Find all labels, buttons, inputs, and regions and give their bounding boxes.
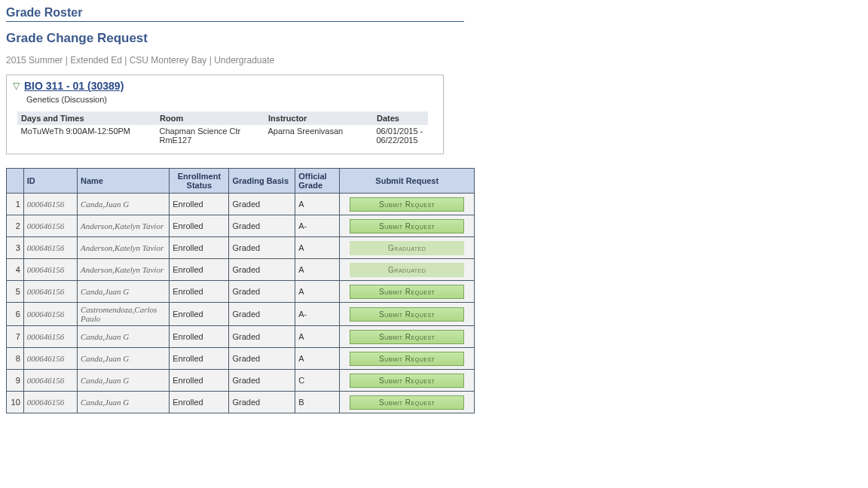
course-link[interactable]: BIO 311 - 01 (30389) (24, 80, 124, 92)
student-name: Anderson,Katelyn Tavior (77, 237, 169, 259)
graduated-label: Graduated (350, 241, 464, 255)
enrollment-status: Enrolled (170, 259, 229, 281)
roster-header-submit: Submit Request (340, 169, 475, 194)
roster-header-rownum (7, 169, 24, 194)
roster-header-enrollment: Enrollment Status (170, 169, 229, 194)
student-id: 000646156 (23, 370, 77, 392)
grading-basis: Graded (229, 348, 295, 370)
enrollment-status: Enrolled (170, 215, 229, 237)
submit-cell: Graduated (340, 259, 475, 281)
row-number: 1 (7, 194, 24, 215)
page-title: Grade Roster (6, 6, 464, 22)
submit-request-button[interactable]: Submit Request (350, 197, 464, 212)
submit-cell: Submit Request (340, 303, 475, 326)
row-number: 8 (7, 348, 24, 370)
grading-basis: Graded (229, 370, 295, 392)
roster-header-id: ID (23, 169, 77, 194)
table-row: 5000646156Canda,Juan GEnrolledGradedASub… (7, 281, 475, 303)
student-name: Canda,Juan G (77, 281, 169, 303)
submit-request-button[interactable]: Submit Request (350, 285, 464, 299)
sched-header-dates: Dates (374, 112, 428, 125)
official-grade: A (295, 281, 340, 303)
student-id: 000646156 (23, 194, 77, 215)
enrollment-status: Enrolled (170, 348, 229, 370)
enrollment-status: Enrolled (170, 194, 229, 215)
official-grade: A (295, 237, 340, 259)
row-number: 2 (7, 215, 24, 237)
table-row: 1000646156Canda,Juan GEnrolledGradedASub… (7, 194, 475, 215)
official-grade: A- (295, 215, 340, 237)
submit-request-button[interactable]: Submit Request (350, 374, 464, 388)
sched-header-room: Room (157, 112, 265, 125)
table-row: 3000646156Anderson,Katelyn TaviorEnrolle… (7, 237, 475, 259)
enrollment-status: Enrolled (170, 281, 229, 303)
official-grade: A (295, 259, 340, 281)
student-name: Anderson,Katelyn Tavior (77, 259, 169, 281)
submit-request-button[interactable]: Submit Request (350, 330, 464, 344)
row-number: 7 (7, 326, 24, 348)
course-description: Genetics (Discussion) (26, 95, 437, 104)
sched-room: Chapman Science Ctr RmE127 (157, 125, 265, 147)
roster-header-grade: Official Grade (295, 169, 340, 194)
student-name: Canda,Juan G (77, 392, 169, 413)
course-box: ▽ BIO 311 - 01 (30389) Genetics (Discuss… (6, 75, 444, 154)
grading-basis: Graded (229, 259, 295, 281)
student-name: Anderson,Katelyn Tavior (77, 215, 169, 237)
term-line: 2015 Summer | Extended Ed | CSU Monterey… (6, 55, 862, 66)
submit-cell: Submit Request (340, 281, 475, 303)
roster-table: ID Name Enrollment Status Grading Basis … (6, 168, 475, 413)
grading-basis: Graded (229, 281, 295, 303)
submit-cell: Submit Request (340, 348, 475, 370)
sched-header-days: Days and Times (18, 112, 157, 125)
enrollment-status: Enrolled (170, 370, 229, 392)
official-grade: A (295, 194, 340, 215)
official-grade: B (295, 392, 340, 413)
row-number: 6 (7, 303, 24, 326)
student-id: 000646156 (23, 281, 77, 303)
student-name: Canda,Juan G (77, 326, 169, 348)
student-id: 000646156 (23, 392, 77, 413)
roster-header-name: Name (77, 169, 169, 194)
table-row: 10000646156Canda,Juan GEnrolledGradedBSu… (7, 392, 475, 413)
sched-dates: 06/01/2015 - 06/22/2015 (374, 125, 428, 147)
row-number: 10 (7, 392, 24, 413)
enrollment-status: Enrolled (170, 237, 229, 259)
table-row: 2000646156Anderson,Katelyn TaviorEnrolle… (7, 215, 475, 237)
student-id: 000646156 (23, 348, 77, 370)
student-id: 000646156 (23, 237, 77, 259)
row-number: 9 (7, 370, 24, 392)
official-grade: A (295, 326, 340, 348)
official-grade: A- (295, 303, 340, 326)
submit-cell: Graduated (340, 237, 475, 259)
table-row: 4000646156Anderson,Katelyn TaviorEnrolle… (7, 259, 475, 281)
expand-triangle-icon[interactable]: ▽ (13, 81, 20, 91)
row-number: 3 (7, 237, 24, 259)
enrollment-status: Enrolled (170, 326, 229, 348)
submit-cell: Submit Request (340, 392, 475, 413)
row-number: 5 (7, 281, 24, 303)
submit-cell: Submit Request (340, 326, 475, 348)
submit-request-button[interactable]: Submit Request (350, 307, 464, 322)
submit-cell: Submit Request (340, 370, 475, 392)
table-row: 6000646156Castromendoza,Carlos PauloEnro… (7, 303, 475, 326)
enrollment-status: Enrolled (170, 392, 229, 413)
grading-basis: Graded (229, 392, 295, 413)
submit-request-button[interactable]: Submit Request (350, 219, 464, 233)
student-id: 000646156 (23, 259, 77, 281)
student-id: 000646156 (23, 303, 77, 326)
student-name: Canda,Juan G (77, 348, 169, 370)
official-grade: C (295, 370, 340, 392)
row-number: 4 (7, 259, 24, 281)
grading-basis: Graded (229, 303, 295, 326)
submit-request-button[interactable]: Submit Request (350, 352, 464, 366)
grading-basis: Graded (229, 326, 295, 348)
table-row: 8000646156Canda,Juan GEnrolledGradedASub… (7, 348, 475, 370)
table-row: 9000646156Canda,Juan GEnrolledGradedCSub… (7, 370, 475, 392)
submit-cell: Submit Request (340, 194, 475, 215)
student-id: 000646156 (23, 215, 77, 237)
table-row: 7000646156Canda,Juan GEnrolledGradedASub… (7, 326, 475, 348)
graduated-label: Graduated (350, 263, 464, 277)
enrollment-status: Enrolled (170, 303, 229, 326)
submit-request-button[interactable]: Submit Request (350, 395, 464, 410)
grading-basis: Graded (229, 237, 295, 259)
